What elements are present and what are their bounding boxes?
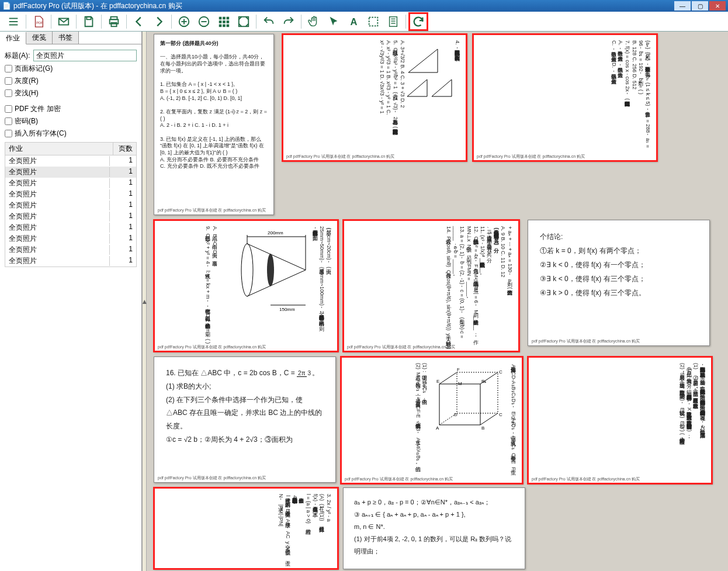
chk-gray[interactable] — [5, 77, 12, 85]
app-icon: 📄 — [2, 2, 11, 10]
svg-marker-30 — [408, 49, 438, 72]
hand-tool[interactable] — [305, 13, 323, 30]
title-input[interactable] — [33, 50, 137, 61]
svg-text:150mm: 150mm — [279, 307, 295, 312]
svg-rect-19 — [227, 20, 230, 23]
page-thumb-1[interactable]: 第一部分 (选择题共40分) 一、选择题共10小题，每小题5分，共40分，在每小… — [154, 34, 274, 215]
tab-bookmarks[interactable]: 书签 — [53, 32, 79, 44]
col-pages[interactable]: 页数 — [113, 143, 136, 155]
svg-line-47 — [480, 413, 498, 425]
svg-text:E: E — [436, 379, 439, 384]
page-thumb-3[interactable]: {aₙ} 和 {bₙ} 是两个等差数列，其中 aₖ/bₖ (1 ≤ k ≤ 5)… — [473, 34, 657, 161]
toolbar: PDF A — [0, 12, 728, 32]
svg-marker-44 — [457, 372, 498, 413]
chk-light[interactable] — [5, 89, 12, 97]
close-button[interactable]: ✕ — [709, 1, 726, 11]
thumbnails-button[interactable] — [215, 13, 233, 30]
sidebar: 作业 便笺 书签 标题(A): 页面标记(G) 灰度(R) 变浅(H) PDF … — [0, 32, 142, 571]
page-thumb-11[interactable]: a₁ + p ≥ 0，a₂ - p = 0；②∀n∈N*，a₂ₙ₋₁ < a₂ₙ… — [343, 487, 525, 569]
svg-rect-16 — [227, 16, 230, 19]
splitter[interactable]: ◀ — [142, 32, 147, 571]
tab-notes[interactable]: 便笺 — [26, 32, 53, 44]
select-tool[interactable] — [325, 13, 342, 30]
maximize-button[interactable]: ▢ — [692, 1, 708, 11]
list-item[interactable]: 全页照片1 — [5, 178, 136, 189]
svg-marker-43 — [439, 384, 480, 425]
rotate-button[interactable] — [410, 13, 427, 30]
svg-text:M: M — [458, 381, 462, 386]
page-thumb-8[interactable]: 已知正方体 ABCD-A₁B₁C₁D₁，点 E 为 A₁D₁ 中点，直线 B₁C… — [341, 357, 523, 484]
job-list: 全页照片1全页照片1全页照片1全页照片1全页照片1全页照片1全页照片1全页照片1… — [5, 155, 137, 267]
svg-rect-18 — [223, 20, 226, 23]
lbl-encrypt: PDF 文件 加密 — [15, 104, 61, 114]
lbl-embed: 插入所有字体(C) — [15, 129, 67, 139]
lbl-pagemark: 页面标记(G) — [15, 64, 53, 74]
svg-line-35 — [247, 270, 306, 296]
svg-rect-14 — [219, 16, 222, 19]
cone-diagram: 200mm 150mm — [218, 226, 311, 314]
svg-line-45 — [439, 372, 457, 384]
page-thumb-10[interactable]: 3. 2x / y² - a (A) 在 (1, f(1)) 处切线方程 f(x… — [154, 487, 338, 569]
svg-rect-20 — [219, 24, 222, 27]
thumbnail-area[interactable]: 第一部分 (选择题共40分) 一、选择题共10小题，每小题5分，共40分，在每小… — [147, 32, 728, 571]
lbl-gray: 灰度(R) — [15, 76, 39, 86]
chk-encrypt[interactable] — [5, 105, 12, 113]
svg-text:C: C — [499, 412, 502, 417]
page-thumb-5[interactable]: + aₙ + ··· + aₙ = 130，则 aₙ 的最大值为 ( ) A. … — [343, 220, 519, 352]
svg-text:A: A — [351, 16, 358, 26]
svg-text:B₁: B₁ — [481, 379, 486, 384]
svg-text:200mm: 200mm — [268, 230, 283, 236]
print-button[interactable] — [105, 13, 123, 30]
page-thumb-2[interactable]: 4. 某四面体的三视图如图所示，该四面体的表面积为 ( ) A. 3+√3/2 … — [282, 34, 467, 161]
svg-text:B: B — [481, 425, 484, 431]
window-title: pdfFactory Pro (试用版本) - 在 pdffactorychin… — [13, 1, 673, 11]
page-thumb-7[interactable]: 16. 已知在 △ABC 中，c = 2b cos B，C = 2π3。 (1)… — [154, 357, 336, 483]
pdf-icon[interactable]: PDF — [30, 13, 47, 30]
list-item[interactable]: 全页照片1 — [5, 244, 136, 255]
svg-point-36 — [267, 254, 274, 286]
chk-pwd[interactable] — [5, 117, 12, 125]
email-button[interactable] — [55, 13, 72, 30]
svg-point-33 — [241, 244, 253, 296]
svg-rect-21 — [223, 24, 226, 27]
col-name[interactable]: 作业 — [5, 143, 113, 155]
page-thumb-4[interactable]: 一层 (10cm~20cm)，大雨 ( 25mm~50mm)，暴雨 (50mm~… — [154, 220, 338, 352]
list-item[interactable]: 全页照片1 — [5, 255, 136, 267]
svg-text:C: C — [499, 369, 502, 375]
lbl-light: 变浅(H) — [15, 88, 39, 98]
chk-embed[interactable] — [5, 130, 12, 137]
undo-button[interactable] — [260, 13, 278, 30]
redo-button[interactable] — [280, 13, 297, 30]
minimize-button[interactable]: — — [674, 1, 691, 11]
svg-marker-32 — [432, 79, 452, 96]
list-item[interactable]: 全页照片1 — [5, 200, 136, 211]
list-item[interactable]: 全页照片1 — [5, 222, 136, 233]
svg-rect-15 — [223, 16, 226, 19]
list-item[interactable]: 全页照片1 — [5, 189, 136, 200]
marquee-tool[interactable] — [365, 13, 382, 30]
note-tool[interactable] — [384, 13, 402, 30]
list-item[interactable]: 全页照片1 — [5, 211, 136, 222]
zoom-in-button[interactable] — [175, 13, 193, 30]
forward-button[interactable] — [150, 13, 168, 30]
svg-rect-25 — [369, 17, 378, 26]
svg-text:F: F — [457, 367, 460, 372]
page-thumb-9[interactable]: 为加快新冠病毒检测效率，某检测机构采取“k合1检测法”，即将k个人的拭子样本合并… — [528, 357, 712, 484]
list-item[interactable]: 全页照片1 — [5, 167, 136, 178]
svg-rect-26 — [390, 16, 397, 26]
back-button[interactable] — [130, 13, 148, 30]
chk-pagemark[interactable] — [5, 65, 12, 72]
page-thumb-6[interactable]: 个结论: ①若 k = 0，则 f(x) 有两个零点； ②∃ k < 0，使得 … — [528, 220, 710, 346]
save-button[interactable] — [80, 13, 98, 30]
menu-button[interactable] — [5, 13, 22, 30]
list-item[interactable]: 全页照片1 — [5, 233, 136, 244]
list-item[interactable]: 全页照片1 — [5, 155, 136, 167]
zoom-out-button[interactable] — [195, 13, 213, 30]
fit-button[interactable] — [235, 13, 252, 30]
tab-jobs[interactable]: 作业 — [0, 32, 26, 44]
title-label: 标题(A): — [5, 51, 30, 61]
svg-text:A: A — [436, 425, 439, 431]
text-tool[interactable]: A — [345, 13, 362, 30]
cube-diagram: E B₁ F C A B C D M — [428, 366, 509, 437]
svg-text:D: D — [454, 412, 457, 417]
